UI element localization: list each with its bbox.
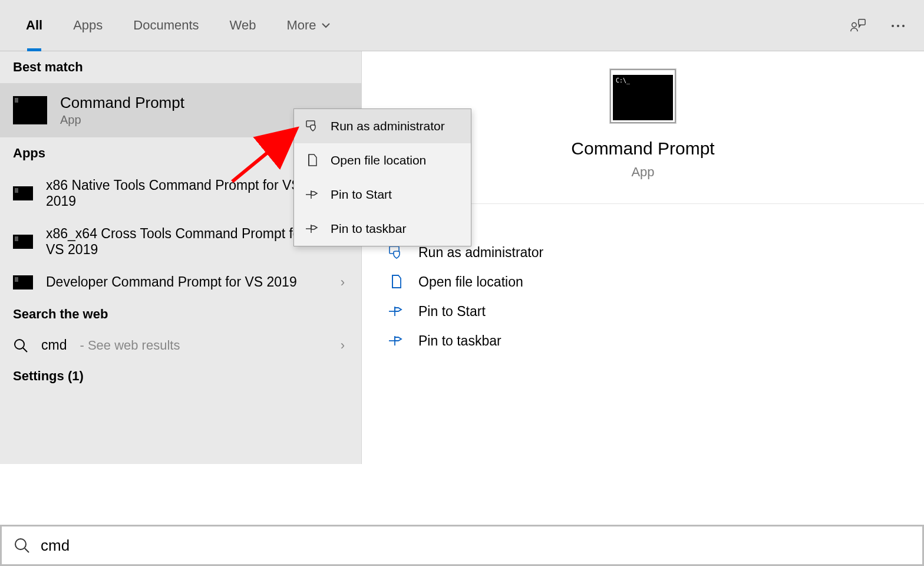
people-feedback-icon[interactable] bbox=[850, 18, 866, 34]
svg-point-3 bbox=[897, 25, 899, 27]
web-hint-text: - See web results bbox=[80, 338, 180, 353]
ctx-label: Open file location bbox=[331, 153, 426, 167]
chevron-right-icon[interactable]: › bbox=[341, 275, 345, 290]
action-pin-taskbar[interactable]: Pin to taskbar bbox=[388, 333, 898, 349]
action-label: Pin to taskbar bbox=[418, 333, 501, 349]
tab-web[interactable]: Web bbox=[214, 0, 272, 51]
action-pin-start[interactable]: Pin to Start bbox=[388, 303, 898, 320]
chevron-right-icon[interactable]: › bbox=[341, 338, 345, 353]
more-options-icon[interactable] bbox=[890, 18, 906, 34]
preview-sub: App bbox=[631, 164, 654, 180]
svg-point-5 bbox=[15, 340, 24, 349]
command-prompt-icon bbox=[13, 186, 33, 200]
web-search-item[interactable]: cmd - See web results › bbox=[0, 330, 361, 360]
ctx-run-admin[interactable]: Run as administrator bbox=[294, 109, 471, 143]
ctx-label: Pin to taskbar bbox=[331, 222, 406, 236]
pin-icon bbox=[305, 221, 320, 236]
svg-rect-1 bbox=[859, 19, 865, 24]
search-input[interactable] bbox=[41, 537, 910, 555]
best-match-title: Command Prompt bbox=[60, 94, 184, 112]
folder-location-icon bbox=[388, 274, 404, 290]
svg-line-12 bbox=[25, 548, 29, 552]
svg-point-4 bbox=[902, 25, 905, 27]
action-label: Open file location bbox=[418, 274, 523, 290]
action-run-admin[interactable]: Run as administrator bbox=[388, 244, 898, 261]
tab-more[interactable]: More bbox=[271, 0, 345, 51]
settings-section-label: Settings (1) bbox=[0, 360, 361, 392]
ctx-label: Pin to Start bbox=[331, 187, 392, 202]
app-result-title: x86_x64 Cross Tools Command Prompt for V… bbox=[46, 226, 317, 258]
web-section-label: Search the web bbox=[0, 298, 361, 330]
folder-location-icon bbox=[305, 153, 320, 168]
chevron-down-icon bbox=[321, 21, 331, 30]
best-match-label: Best match bbox=[0, 51, 361, 83]
ctx-label: Run as administrator bbox=[331, 119, 445, 133]
tab-apps[interactable]: Apps bbox=[58, 0, 118, 51]
svg-point-2 bbox=[892, 25, 894, 27]
shield-admin-icon bbox=[305, 119, 320, 134]
ctx-pin-taskbar[interactable]: Pin to taskbar bbox=[294, 212, 471, 246]
command-prompt-icon bbox=[13, 235, 33, 249]
action-label: Pin to Start bbox=[418, 304, 486, 320]
action-label: Run as administrator bbox=[418, 245, 543, 261]
command-prompt-icon bbox=[13, 96, 47, 124]
pin-icon bbox=[305, 187, 320, 202]
search-bar[interactable] bbox=[0, 525, 924, 566]
web-query-text: cmd bbox=[41, 337, 67, 353]
svg-point-11 bbox=[15, 539, 26, 549]
pin-icon bbox=[388, 303, 404, 320]
tab-all[interactable]: All bbox=[11, 0, 58, 51]
ctx-open-location[interactable]: Open file location bbox=[294, 143, 471, 177]
preview-title: Command Prompt bbox=[571, 139, 714, 159]
app-result-title: x86 Native Tools Command Prompt for VS 2… bbox=[46, 177, 317, 209]
pin-icon bbox=[388, 333, 404, 349]
best-match-sub: App bbox=[60, 113, 184, 127]
tab-more-label: More bbox=[286, 18, 316, 33]
app-result-item[interactable]: Developer Command Prompt for VS 2019 › bbox=[0, 266, 361, 298]
command-prompt-large-icon bbox=[610, 69, 676, 123]
tab-documents[interactable]: Documents bbox=[118, 0, 214, 51]
app-result-title: Developer Command Prompt for VS 2019 bbox=[46, 274, 297, 290]
search-icon bbox=[13, 338, 28, 353]
action-open-location[interactable]: Open file location bbox=[388, 274, 898, 290]
svg-line-6 bbox=[23, 348, 27, 352]
command-prompt-icon bbox=[13, 275, 33, 289]
context-menu: Run as administrator Open file location … bbox=[293, 108, 471, 246]
svg-point-0 bbox=[852, 22, 856, 27]
search-icon bbox=[14, 537, 30, 554]
search-tabs-header: All Apps Documents Web More bbox=[0, 0, 924, 51]
shield-admin-icon bbox=[388, 244, 404, 261]
ctx-pin-start[interactable]: Pin to Start bbox=[294, 177, 471, 212]
